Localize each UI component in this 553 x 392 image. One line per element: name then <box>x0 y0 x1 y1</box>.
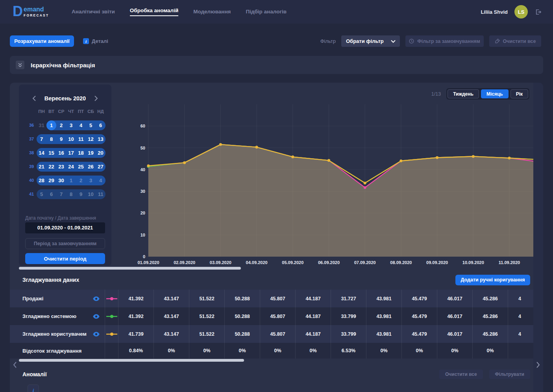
smoothing-table: Продажі41.39243.14751.52250.28845.80744.… <box>10 290 543 359</box>
clear-period-button[interactable]: Очистити період <box>25 253 105 264</box>
period-toggle-button[interactable]: Місяць <box>481 89 509 98</box>
calendar-day[interactable]: 10 <box>66 134 76 144</box>
date-range-input[interactable]: 01.09.2020 - 01.09.2021 <box>25 222 105 233</box>
calendar-day[interactable]: 6 <box>46 189 56 199</box>
table-cell: 46.017 <box>437 307 472 325</box>
calendar-day[interactable]: 23 <box>56 162 66 172</box>
toggle-visibility-eye[interactable] <box>88 290 105 307</box>
toggle-visibility-eye[interactable] <box>88 307 105 325</box>
details-button[interactable]: i Деталі <box>83 35 108 47</box>
info-icon: i <box>83 38 89 44</box>
calendar-day[interactable]: 20 <box>96 148 105 158</box>
scroll-left-icon[interactable] <box>13 361 17 370</box>
calendar-day[interactable]: 21 <box>37 162 46 172</box>
nav-item[interactable]: Аналітичні звіти <box>72 9 115 15</box>
scroll-right-icon[interactable] <box>536 361 540 370</box>
right-scroll-strip <box>533 83 543 392</box>
calendar-day[interactable]: 8 <box>66 189 76 199</box>
table-cell: 0% <box>260 343 295 359</box>
row-label: Згладжено системою <box>10 307 88 325</box>
smoothing-section-header: Згладжування даних Додати ручні коригува… <box>22 274 530 285</box>
table-cell: 45.479 <box>401 290 437 307</box>
calendar-day[interactable]: 24 <box>66 162 76 172</box>
calendar-day[interactable]: 3 <box>86 176 96 185</box>
table-cell: 45.807 <box>260 290 295 307</box>
table-cell: 41.739 <box>118 325 154 343</box>
calendar-day[interactable]: 4 <box>76 120 86 130</box>
calendar-day[interactable]: 29 <box>46 176 56 185</box>
prev-month-icon[interactable] <box>32 95 36 103</box>
calendar-day[interactable]: 15 <box>46 148 56 158</box>
calendar-day[interactable]: 25 <box>76 162 86 172</box>
calendar-day[interactable]: 1 <box>66 176 76 185</box>
svg-text:04.09.2020: 04.09.2020 <box>246 260 268 265</box>
calendar-day[interactable]: 30 <box>56 176 66 185</box>
calendar-day[interactable]: 22 <box>46 162 56 172</box>
calculate-anomalies-button[interactable]: Розрахувати аномалії <box>10 35 74 47</box>
default-filter-button[interactable]: Фільтр за замовчуванням <box>405 35 484 47</box>
calendar-day[interactable]: 4 <box>96 176 105 185</box>
clock-icon <box>409 39 414 44</box>
calendar-day[interactable]: 7 <box>56 189 66 199</box>
calendar-day[interactable]: 2 <box>76 176 86 185</box>
calendar-weeks: 3631123456377891011121338141516171819203… <box>19 120 111 203</box>
toggle-visibility-eye[interactable] <box>88 325 105 343</box>
nav-item[interactable]: Обробка аномалій <box>130 7 178 16</box>
period-toggle-button[interactable]: Рік <box>510 89 528 98</box>
filter-select[interactable]: Обрати фільтр <box>341 35 400 47</box>
anomalies-info-icon[interactable]: i <box>28 385 39 392</box>
calendar-day[interactable]: 8 <box>46 134 56 144</box>
calendar-day[interactable]: 18 <box>76 148 86 158</box>
calendar-day[interactable]: 31 <box>37 120 46 130</box>
user-area: Liliia Shvid LS <box>481 0 542 24</box>
table-cell: 45.286 <box>472 307 508 325</box>
calendar-day[interactable]: 11 <box>76 134 86 144</box>
calendar-day[interactable]: 7 <box>37 134 46 144</box>
app-logo[interactable]: D emand FORECAST <box>13 4 49 19</box>
calendar-day[interactable]: 14 <box>37 148 46 158</box>
calendar-day-header: ПТ <box>76 109 86 114</box>
svg-text:0: 0 <box>143 254 145 259</box>
calendar-day[interactable]: 27 <box>96 162 105 172</box>
hierarchical-filter-title: Ієрархічна фільтрація <box>31 62 95 68</box>
calendar-day[interactable]: 6 <box>96 120 105 130</box>
clear-all-filters-button[interactable]: Очистити все <box>489 35 541 47</box>
table-cell: 43.981 <box>366 307 401 325</box>
calendar-day[interactable]: 9 <box>56 134 66 144</box>
period-toggle-button[interactable]: Тиждень <box>448 89 479 98</box>
nav-item[interactable]: Підбір аналогів <box>246 9 287 15</box>
calendar-day-selected[interactable]: 1 <box>46 120 56 130</box>
table-cell: 51.522 <box>189 307 224 325</box>
calendar-day[interactable]: 28 <box>37 176 46 185</box>
calendar-day[interactable]: 17 <box>66 148 76 158</box>
calendar-day[interactable]: 16 <box>56 148 66 158</box>
calendar-day[interactable]: 19 <box>86 148 96 158</box>
table-cell: 0.84% <box>118 343 154 359</box>
row-label: Згладжено користувачем <box>10 325 88 343</box>
add-manual-adjustments-button[interactable]: Додати ручні коригування <box>455 275 530 285</box>
calendar-day-header: СБ <box>86 109 96 114</box>
calendar-day[interactable]: 5 <box>86 120 96 130</box>
calendar-day[interactable]: 10 <box>86 189 96 199</box>
calendar-day[interactable]: 11 <box>96 189 105 199</box>
nav-item[interactable]: Моделювання <box>193 9 231 15</box>
calendar-day[interactable]: 12 <box>86 134 96 144</box>
calendar-day[interactable]: 5 <box>37 189 46 199</box>
calendar-day[interactable]: 9 <box>76 189 86 199</box>
calendar-day[interactable]: 2 <box>56 120 66 130</box>
expand-double-chevron-icon[interactable] <box>16 61 24 69</box>
anomalies-filter-button[interactable]: Фільтрувати <box>489 370 530 379</box>
page-indicator: 1/13 <box>431 91 441 97</box>
logout-icon[interactable] <box>535 8 542 16</box>
calendar-day[interactable]: 3 <box>66 120 76 130</box>
default-period-button[interactable]: Період за замовчуванням <box>25 238 105 249</box>
next-month-icon[interactable] <box>94 95 98 103</box>
calendar-day[interactable]: 13 <box>96 134 105 144</box>
chart-horizontal-scrollbar[interactable] <box>19 267 241 270</box>
anomalies-clear-all-button[interactable]: Очистити все <box>439 370 483 379</box>
avatar[interactable]: LS <box>514 5 528 18</box>
anomalies-section-header: Аномалії Очистити все Фільтрувати <box>22 369 530 379</box>
table-row: Відсоток згладжування0.84%0%0%0%0%0%6.53… <box>10 343 543 359</box>
calendar-day[interactable]: 26 <box>86 162 96 172</box>
table-horizontal-scrollbar[interactable] <box>19 359 244 362</box>
